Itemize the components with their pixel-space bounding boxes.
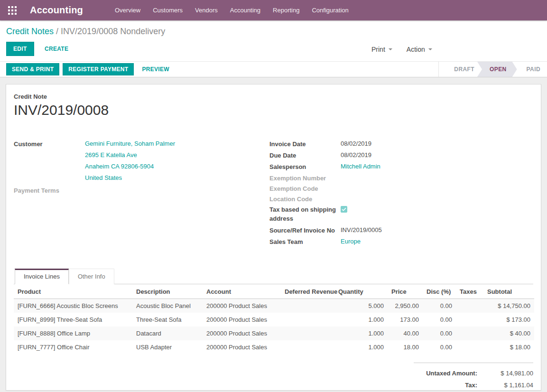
left-column: Customer Gemini Furniture, Soham Palmer … xyxy=(14,138,269,247)
invoice-lines-table: Product Description Account Deferred Rev… xyxy=(14,284,534,354)
payment-terms-label: Payment Terms xyxy=(14,185,85,195)
untaxed-amount-value: $ 14,981.00 xyxy=(477,367,533,379)
cell-description: Three-Seat Sofa xyxy=(132,313,203,327)
nav-item-accounting[interactable]: Accounting xyxy=(224,0,267,20)
breadcrumb: Credit Notes / INV/2019/0008 Nondelivery xyxy=(0,20,547,37)
nav-item-vendors[interactable]: Vendors xyxy=(189,0,224,20)
nav-item-customers[interactable]: Customers xyxy=(147,0,189,20)
exemption-number-label: Exemption Number xyxy=(269,172,341,183)
col-disc[interactable]: Disc (%) xyxy=(423,284,456,299)
col-description[interactable]: Description xyxy=(132,284,203,299)
caret-down-icon xyxy=(389,48,392,50)
table-row[interactable]: [FURN_8999] Three-Seat Sofa Three-Seat S… xyxy=(14,313,534,327)
print-dropdown[interactable]: Print xyxy=(371,46,392,53)
tab-invoice-lines[interactable]: Invoice Lines xyxy=(15,269,69,284)
exemption-code-label: Exemption Code xyxy=(269,183,341,193)
col-deferred-revenue[interactable]: Deferred Revenue xyxy=(278,284,334,299)
tax-row: Tax: $ 1,161.04 xyxy=(414,379,533,391)
nav-menu: Overview Customers Vendors Accounting Re… xyxy=(109,0,355,20)
nav-item-configuration[interactable]: Configuration xyxy=(306,0,354,20)
cell-deferred xyxy=(278,313,334,327)
tax-shipping-checkbox[interactable] xyxy=(341,206,347,213)
cell-taxes xyxy=(456,340,483,354)
print-dropdown-label: Print xyxy=(371,46,385,53)
salesperson-field: Salesperson Mitchell Admin xyxy=(269,161,533,172)
apps-grid-icon[interactable] xyxy=(8,6,17,15)
payment-terms-field: Payment Terms xyxy=(14,185,255,195)
app-name[interactable]: Accounting xyxy=(30,5,83,16)
nav-item-overview[interactable]: Overview xyxy=(109,0,147,20)
cell-disc: 0.00 xyxy=(423,313,456,327)
credit-note-form: Credit Note INV/2019/0008 Customer Gemin… xyxy=(6,84,541,391)
location-code-label: Location Code xyxy=(269,193,341,204)
cell-quantity: 1.000 xyxy=(334,340,388,354)
check-mark-icon xyxy=(342,207,346,211)
status-draft[interactable]: DRAFT xyxy=(445,62,481,77)
breadcrumb-parent-link[interactable]: Credit Notes xyxy=(6,27,54,36)
source-ref-field: Source/Ref Invoice No INV/2019/0005 xyxy=(269,224,533,236)
col-subtotal[interactable]: Subtotal xyxy=(483,284,534,299)
source-ref-value: INV/2019/0005 xyxy=(341,224,382,236)
action-dropdown[interactable]: Action xyxy=(407,46,432,53)
exemption-number-field: Exemption Number xyxy=(269,172,533,183)
table-row[interactable]: [FURN_8888] Office Lamp Datacard 200000 … xyxy=(14,327,534,340)
sales-team-label: Sales Team xyxy=(269,236,341,247)
cell-account: 200000 Product Sales xyxy=(203,327,278,340)
cell-subtotal: $ 40.00 xyxy=(483,327,534,340)
invoice-date-field: Invoice Date 08/02/2019 xyxy=(269,138,533,149)
table-row[interactable]: [FURN_7777] Office Chair USB Adapter 200… xyxy=(14,340,534,354)
table-row[interactable]: [FURN_6666] Acoustic Bloc Screens Acoust… xyxy=(14,299,534,313)
control-panel: Credit Notes / INV/2019/0008 Nondelivery… xyxy=(0,20,547,61)
customer-country[interactable]: United States xyxy=(85,172,175,184)
table-header-row: Product Description Account Deferred Rev… xyxy=(14,284,534,299)
customer-name-link[interactable]: Gemini Furniture, Soham Palmer xyxy=(85,138,175,149)
cell-product: [FURN_8888] Office Lamp xyxy=(14,327,132,340)
cell-description: Acoustic Bloc Panel xyxy=(132,299,203,313)
content-area: Credit Note INV/2019/0008 Customer Gemin… xyxy=(0,77,547,391)
breadcrumb-current: INV/2019/0008 Nondelivery xyxy=(61,27,165,36)
status-paid[interactable]: PAID xyxy=(517,62,547,77)
col-taxes[interactable]: Taxes xyxy=(456,284,483,299)
due-date-value: 08/02/2019 xyxy=(341,149,371,161)
col-quantity[interactable]: Quantity xyxy=(334,284,388,299)
send-print-button[interactable]: SEND & PRINT xyxy=(6,63,59,75)
status-open-active[interactable]: OPEN xyxy=(477,62,517,77)
edit-button[interactable]: EDIT xyxy=(6,42,34,56)
cell-description: Datacard xyxy=(132,327,203,340)
customer-city[interactable]: Anaheim CA 92806-5904 xyxy=(85,161,175,172)
cell-quantity: 1.000 xyxy=(334,313,388,327)
nav-item-reporting[interactable]: Reporting xyxy=(267,0,306,20)
create-button[interactable]: CREATE xyxy=(40,42,73,56)
cell-deferred xyxy=(278,299,334,313)
cell-deferred xyxy=(278,327,334,340)
customer-address: Gemini Furniture, Soham Palmer 2695 E Ka… xyxy=(85,138,175,184)
form-fields: Customer Gemini Furniture, Soham Palmer … xyxy=(14,138,533,247)
cell-taxes xyxy=(456,313,483,327)
statusbar: SEND & PRINT REGISTER PAYMENT PREVIEW DR… xyxy=(0,61,547,77)
print-action-group: Print Action xyxy=(371,46,432,53)
tax-label: Tax: xyxy=(414,379,477,391)
invoice-date-label: Invoice Date xyxy=(269,138,341,149)
notebook-tabs: Invoice Lines Other Info xyxy=(14,268,533,284)
sales-team-link[interactable]: Europe xyxy=(341,236,361,247)
cell-product: [FURN_6666] Acoustic Bloc Screens xyxy=(14,299,132,313)
col-account[interactable]: Account xyxy=(203,284,278,299)
col-price[interactable]: Price xyxy=(388,284,423,299)
cell-taxes xyxy=(456,299,483,313)
customer-street[interactable]: 2695 E Katella Ave xyxy=(85,149,175,161)
cell-subtotal: $ 173.00 xyxy=(483,313,534,327)
untaxed-amount-label: Untaxed Amount: xyxy=(414,367,477,379)
cell-account: 200000 Product Sales xyxy=(203,313,278,327)
register-payment-button[interactable]: REGISTER PAYMENT xyxy=(63,63,134,75)
cell-disc: 0.00 xyxy=(423,299,456,313)
customer-label: Customer xyxy=(14,138,85,184)
tab-other-info[interactable]: Other Info xyxy=(69,269,114,284)
cell-price: 18.00 xyxy=(388,340,423,354)
cell-product: [FURN_7777] Office Chair xyxy=(14,340,132,354)
preview-button[interactable]: PREVIEW xyxy=(142,66,169,73)
document-type-label: Credit Note xyxy=(14,93,533,100)
salesperson-label: Salesperson xyxy=(269,161,341,172)
col-product[interactable]: Product xyxy=(14,284,132,299)
cell-quantity: 1.000 xyxy=(334,327,388,340)
salesperson-link[interactable]: Mitchell Admin xyxy=(341,161,380,172)
